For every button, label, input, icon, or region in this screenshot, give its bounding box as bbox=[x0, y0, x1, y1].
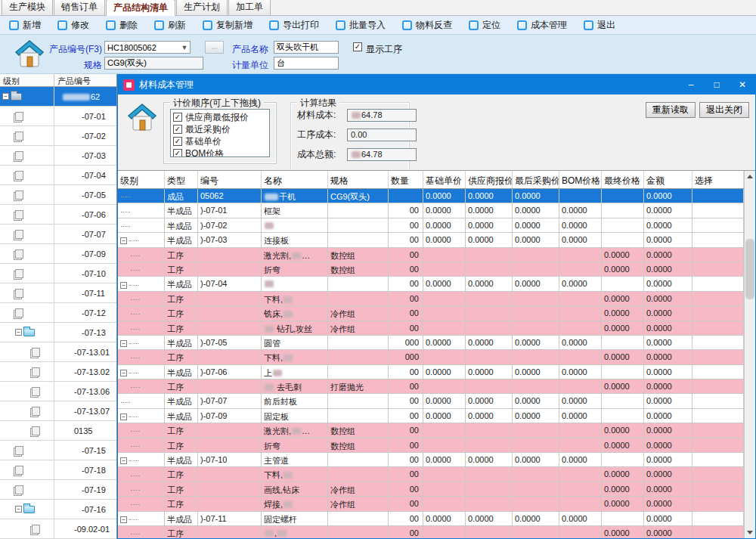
tree-row[interactable]: -07-01 bbox=[0, 107, 116, 126]
column-header[interactable]: BOM价格 bbox=[559, 171, 602, 188]
column-header[interactable]: 选择 bbox=[692, 171, 744, 188]
tree-row[interactable]: -07-11 bbox=[0, 283, 116, 303]
scroll-down-icon[interactable] bbox=[745, 527, 755, 538]
pricing-option-checkbox[interactable]: ✓ bbox=[173, 149, 182, 157]
unit-input[interactable] bbox=[274, 57, 339, 70]
tree-row[interactable]: −62 bbox=[0, 87, 116, 107]
tab-item[interactable]: 加工单 bbox=[228, 0, 271, 15]
table-row[interactable]: −半成品)-07-03连接板000.00000.00000.00000.0000… bbox=[118, 233, 744, 247]
column-header[interactable]: 最后采购价 bbox=[513, 171, 559, 188]
maximize-button[interactable]: □ bbox=[704, 75, 730, 94]
toolbar-button[interactable]: 复制新增 bbox=[203, 19, 253, 32]
product-code-dropdown-arrow[interactable]: ▼ bbox=[178, 42, 191, 53]
table-row[interactable]: 工序 去毛刺打磨抛光000.00000.0000 bbox=[118, 379, 744, 394]
scroll-up-icon[interactable] bbox=[745, 171, 755, 182]
tab-item[interactable]: 销售订单 bbox=[54, 0, 105, 15]
column-header[interactable]: 编号 bbox=[198, 171, 262, 188]
tree-col-level[interactable]: 级别 bbox=[0, 74, 54, 86]
spec-input[interactable] bbox=[104, 57, 203, 70]
pricing-option[interactable]: ✓基础单价 bbox=[173, 135, 267, 147]
browse-button[interactable]: ... bbox=[205, 41, 224, 54]
row-expander-icon[interactable]: − bbox=[120, 282, 127, 289]
tree-row[interactable]: −-07-13 bbox=[0, 323, 116, 342]
tree-row[interactable]: -07-18 bbox=[0, 460, 116, 480]
pricing-option[interactable]: ✓供应商最低报价 bbox=[173, 111, 267, 123]
table-row[interactable]: 工序下料,000.00000.0000 bbox=[118, 292, 744, 306]
pricing-option[interactable]: ✓BOM价格 bbox=[173, 147, 267, 157]
tree-row[interactable]: -07-15 bbox=[0, 441, 116, 460]
tree-row[interactable]: -07-10 bbox=[0, 264, 116, 283]
table-row[interactable]: 成品05062干机CG9(双头)0.00000.00000.00000.0000 bbox=[118, 189, 744, 203]
tab-item[interactable]: 生产模块 bbox=[2, 0, 53, 15]
row-expander-icon[interactable]: − bbox=[120, 414, 127, 420]
toolbar-button[interactable]: 修改 bbox=[57, 19, 89, 32]
table-row[interactable]: 工序折弯数控组000.00000.0000 bbox=[118, 438, 744, 453]
close-button[interactable]: ✕ bbox=[730, 75, 755, 94]
table-row[interactable]: 工序激光割,…数控组000.00000.0000 bbox=[118, 248, 744, 262]
tree-row[interactable]: -07-06 bbox=[0, 205, 116, 225]
row-expander-icon[interactable]: − bbox=[120, 370, 127, 376]
tree-expander-icon[interactable]: − bbox=[15, 329, 22, 336]
table-row[interactable]: −半成品)-07-09固定板000.00000.00000.00000.0000… bbox=[118, 409, 744, 423]
tree-row[interactable]: -07-19 bbox=[0, 480, 116, 500]
tree-row[interactable]: -09.02-01 bbox=[0, 519, 116, 539]
column-header[interactable]: 金额 bbox=[644, 171, 692, 188]
toolbar-button[interactable]: 刷新 bbox=[154, 19, 186, 32]
table-row[interactable]: 半成品)-07-07前后封板000.00000.00000.00000.0000… bbox=[118, 394, 744, 408]
product-code-input[interactable] bbox=[104, 41, 191, 54]
tree-expander-icon[interactable]: − bbox=[2, 93, 9, 100]
table-scrollbar[interactable] bbox=[744, 171, 755, 538]
tree-expander-icon[interactable]: − bbox=[15, 506, 22, 513]
tree-row[interactable]: 0135 bbox=[0, 421, 116, 441]
table-row[interactable]: 工序下料,0000.00000.0000 bbox=[118, 350, 744, 364]
table-row[interactable]: 工序画线,钻床冷作组000.00000.0000 bbox=[118, 482, 744, 497]
row-expander-icon[interactable]: − bbox=[120, 516, 127, 523]
column-header[interactable]: 数量 bbox=[389, 171, 423, 188]
pricing-option-checkbox[interactable]: ✓ bbox=[173, 113, 182, 122]
column-header[interactable]: 最终价格 bbox=[602, 171, 644, 188]
row-expander-icon[interactable]: − bbox=[120, 237, 127, 244]
pricing-option-checkbox[interactable]: ✓ bbox=[173, 137, 182, 146]
tree-col-code[interactable]: 产品编号 bbox=[54, 74, 116, 86]
toolbar-button[interactable]: 导出打印 bbox=[269, 19, 319, 32]
tree-row[interactable]: −-07-16 bbox=[0, 500, 116, 519]
dialog-titlebar[interactable]: 材料成本管理 – □ ✕ bbox=[118, 75, 755, 94]
table-row[interactable]: −半成品)-07-11固定螺杆000.00000.00000.00000.000… bbox=[118, 512, 744, 526]
pricing-option[interactable]: ✓最近采购价 bbox=[173, 123, 267, 135]
table-row[interactable]: −半成品)-07-10主管道000.00000.00000.00000.0000… bbox=[118, 453, 744, 467]
toolbar-button[interactable]: 新增 bbox=[9, 19, 41, 32]
table-row[interactable]: 工序铣床,冷作组000.00000.0000 bbox=[118, 306, 744, 321]
tree-row[interactable]: -07-09 bbox=[0, 244, 116, 264]
tree-row[interactable]: -07-13.02 bbox=[0, 362, 116, 382]
tree-row[interactable]: -07-05 bbox=[0, 185, 116, 205]
column-header[interactable]: 级别 bbox=[118, 171, 165, 188]
pricing-option-checkbox[interactable]: ✓ bbox=[173, 125, 182, 134]
exit-close-button[interactable]: 退出关闭 bbox=[699, 102, 749, 118]
column-header[interactable]: 规格 bbox=[328, 171, 389, 188]
table-row[interactable]: 工序,000.00000.0000 bbox=[118, 526, 744, 538]
product-name-input[interactable] bbox=[274, 41, 339, 54]
tree-row[interactable]: -07-07 bbox=[0, 225, 116, 244]
minimize-button[interactable]: – bbox=[678, 75, 704, 94]
tree-row[interactable]: -07-13.07 bbox=[0, 401, 116, 421]
show-process-checkbox[interactable]: ✓ bbox=[353, 42, 362, 51]
tab-item[interactable]: 产品结构清单 bbox=[106, 0, 175, 16]
toolbar-button[interactable]: 批量导入 bbox=[336, 19, 386, 32]
toolbar-button[interactable]: 物料反查 bbox=[402, 19, 452, 32]
toolbar-button[interactable]: 定位 bbox=[469, 19, 500, 32]
table-row[interactable]: 工序下料,000.00000.0000 bbox=[118, 467, 744, 482]
tree-row[interactable]: -07-13.06 bbox=[0, 382, 116, 401]
table-row[interactable]: 工序激光割,…数控组000.00000.0000 bbox=[118, 423, 744, 438]
tab-item[interactable]: 生产计划 bbox=[176, 0, 228, 15]
table-row[interactable]: −半成品)-07-04000.00000.00000.00000.00000.0… bbox=[118, 277, 744, 291]
tree-row[interactable]: -07-02 bbox=[0, 126, 116, 146]
column-header[interactable]: 类型 bbox=[165, 171, 198, 188]
table-row[interactable]: 半成品)-07-01框架000.00000.00000.00000.00000.… bbox=[118, 203, 744, 218]
table-row[interactable]: 工序焊接,冷作组000.00000.0000 bbox=[118, 497, 744, 511]
column-header[interactable]: 名称 bbox=[262, 171, 328, 188]
tree-row[interactable]: -07-04 bbox=[0, 166, 116, 185]
toolbar-button[interactable]: 退出 bbox=[584, 19, 615, 32]
tree-row[interactable]: -07-03 bbox=[0, 146, 116, 166]
toolbar-button[interactable]: 删除 bbox=[106, 19, 138, 32]
reload-button[interactable]: 重新读取 bbox=[646, 102, 696, 118]
